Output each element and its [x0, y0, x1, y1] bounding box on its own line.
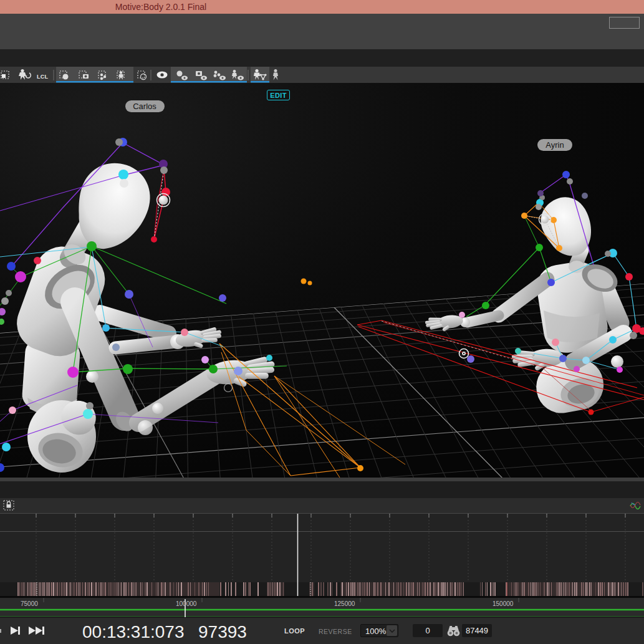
svg-text:LCL: LCL	[37, 74, 49, 80]
svg-text:Ayrin: Ayrin	[545, 140, 564, 150]
svg-text:Carlos: Carlos	[133, 102, 156, 111]
